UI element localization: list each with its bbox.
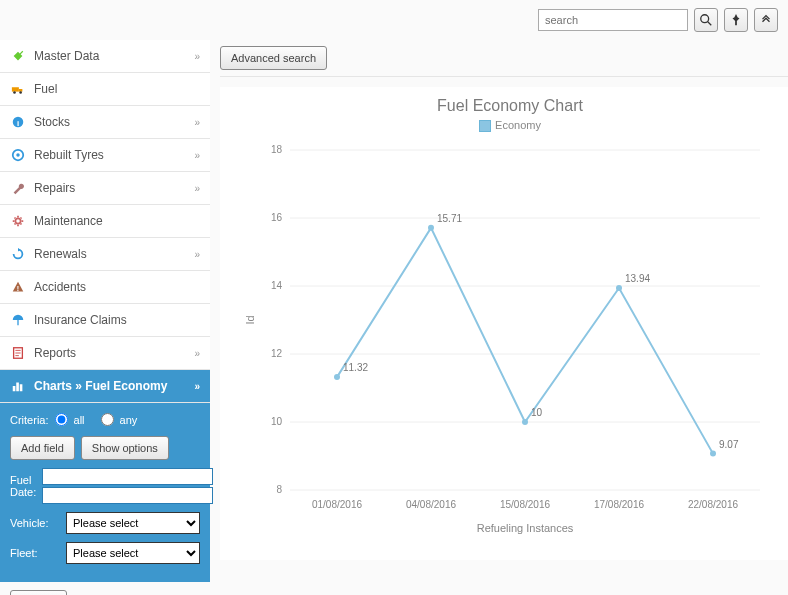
chart-legend: Economy bbox=[240, 119, 780, 132]
svg-text:9.07: 9.07 bbox=[719, 439, 739, 450]
sidebar-item-label: Reports bbox=[34, 346, 76, 360]
chevron-right-icon: » bbox=[194, 183, 200, 194]
sidebar-item-label: Repairs bbox=[34, 181, 75, 195]
chart-title: Fuel Economy Chart bbox=[240, 97, 780, 115]
svg-rect-19 bbox=[20, 384, 23, 391]
chevron-right-icon: » bbox=[194, 249, 200, 260]
search-input[interactable] bbox=[538, 9, 688, 31]
svg-text:13.94: 13.94 bbox=[625, 273, 650, 284]
sidebar-item-maintenance[interactable]: Maintenance bbox=[0, 205, 210, 238]
svg-text:10: 10 bbox=[271, 416, 283, 427]
sidebar-active-label: Charts » Fuel Economy bbox=[34, 379, 167, 393]
search-button-filter[interactable]: Search bbox=[10, 590, 67, 595]
svg-text:8: 8 bbox=[276, 484, 282, 495]
legend-label: Economy bbox=[495, 119, 541, 131]
svg-text:Refueling Instances: Refueling Instances bbox=[477, 522, 574, 534]
chart-svg: 8101214161801/08/201604/08/201615/08/201… bbox=[240, 140, 780, 540]
svg-text:17/08/2016: 17/08/2016 bbox=[594, 499, 644, 510]
svg-point-45 bbox=[710, 451, 716, 457]
svg-text:14: 14 bbox=[271, 280, 283, 291]
svg-text:10: 10 bbox=[531, 407, 543, 418]
warn-icon: ! bbox=[10, 279, 26, 295]
chart-container: Fuel Economy Chart Economy 8101214161801… bbox=[220, 87, 788, 560]
svg-text:15/08/2016: 15/08/2016 bbox=[500, 499, 550, 510]
pin-icon bbox=[729, 13, 743, 27]
sidebar-item-master-data[interactable]: Master Data» bbox=[0, 40, 210, 73]
sidebar-item-label: Maintenance bbox=[34, 214, 103, 228]
vehicle-select[interactable]: Please select bbox=[66, 512, 200, 534]
svg-line-1 bbox=[708, 22, 712, 26]
svg-rect-18 bbox=[16, 383, 19, 392]
chart-icon bbox=[10, 378, 26, 394]
svg-point-4 bbox=[13, 91, 16, 94]
gear-icon bbox=[10, 213, 26, 229]
search-icon bbox=[699, 13, 713, 27]
chevron-right-icon: » bbox=[194, 381, 200, 392]
criteria-label: Criteria: bbox=[10, 414, 49, 426]
collapse-button[interactable] bbox=[754, 8, 778, 32]
svg-point-0 bbox=[701, 15, 709, 23]
filter-panel: Criteria: all any Add field Show options… bbox=[0, 403, 210, 582]
sidebar-item-label: Fuel bbox=[34, 82, 57, 96]
svg-text:04/08/2016: 04/08/2016 bbox=[406, 499, 456, 510]
sidebar-item-charts[interactable]: Charts » Fuel Economy » bbox=[0, 370, 210, 403]
pin-button[interactable] bbox=[724, 8, 748, 32]
svg-point-5 bbox=[19, 91, 22, 94]
legend-swatch bbox=[479, 120, 491, 132]
svg-point-10 bbox=[15, 218, 20, 223]
chevron-right-icon: » bbox=[194, 117, 200, 128]
svg-text:Id: Id bbox=[244, 316, 256, 325]
svg-text:01/08/2016: 01/08/2016 bbox=[312, 499, 362, 510]
info-icon: i bbox=[10, 114, 26, 130]
tyre-icon bbox=[10, 147, 26, 163]
svg-rect-17 bbox=[13, 386, 16, 391]
report-icon bbox=[10, 345, 26, 361]
svg-point-43 bbox=[616, 285, 622, 291]
svg-text:11.32: 11.32 bbox=[343, 362, 368, 373]
radio-any-label: any bbox=[120, 414, 138, 426]
sidebar-item-label: Rebuilt Tyres bbox=[34, 148, 104, 162]
radio-all-label: all bbox=[74, 414, 85, 426]
add-field-button[interactable]: Add field bbox=[10, 436, 75, 460]
show-options-button[interactable]: Show options bbox=[81, 436, 169, 460]
chevron-right-icon: » bbox=[194, 150, 200, 161]
fuel-date-to-input[interactable] bbox=[42, 487, 213, 504]
chevron-up-icon bbox=[759, 13, 773, 27]
sidebar-item-renewals[interactable]: Renewals» bbox=[0, 238, 210, 271]
sidebar-item-label: Accidents bbox=[34, 280, 86, 294]
vehicle-label: Vehicle: bbox=[10, 517, 60, 529]
svg-text:16: 16 bbox=[271, 212, 283, 223]
radio-all[interactable] bbox=[55, 413, 68, 426]
sidebar-item-label: Stocks bbox=[34, 115, 70, 129]
fuel-date-from-input[interactable] bbox=[42, 468, 213, 485]
chevron-right-icon: » bbox=[194, 348, 200, 359]
sidebar-item-reports[interactable]: Reports» bbox=[0, 337, 210, 370]
sidebar-item-label: Insurance Claims bbox=[34, 313, 127, 327]
sidebar-item-label: Master Data bbox=[34, 49, 99, 63]
sidebar-item-insurance-claims[interactable]: Insurance Claims bbox=[0, 304, 210, 337]
search-button[interactable] bbox=[694, 8, 718, 32]
fuel-date-label: Fuel Date: bbox=[10, 474, 36, 498]
renew-icon bbox=[10, 246, 26, 262]
sidebar-item-accidents[interactable]: !Accidents bbox=[0, 271, 210, 304]
advanced-search-button[interactable]: Advanced search bbox=[220, 46, 327, 70]
sidebar-item-label: Renewals bbox=[34, 247, 87, 261]
svg-text:!: ! bbox=[17, 285, 19, 292]
svg-text:15.71: 15.71 bbox=[437, 213, 462, 224]
fleet-label: Fleet: bbox=[10, 547, 60, 559]
sidebar-item-rebuilt-tyres[interactable]: Rebuilt Tyres» bbox=[0, 139, 210, 172]
umbrella-icon bbox=[10, 312, 26, 328]
svg-point-9 bbox=[16, 153, 20, 157]
radio-any[interactable] bbox=[101, 413, 114, 426]
svg-text:22/08/2016: 22/08/2016 bbox=[688, 499, 738, 510]
wrench-icon bbox=[10, 180, 26, 196]
sidebar-item-stocks[interactable]: iStocks» bbox=[0, 106, 210, 139]
sidebar-item-repairs[interactable]: Repairs» bbox=[0, 172, 210, 205]
svg-rect-2 bbox=[12, 87, 19, 91]
sidebar-item-fuel[interactable]: Fuel bbox=[0, 73, 210, 106]
fleet-select[interactable]: Please select bbox=[66, 542, 200, 564]
pin-icon bbox=[10, 48, 26, 64]
svg-point-41 bbox=[522, 419, 528, 425]
chevron-right-icon: » bbox=[194, 51, 200, 62]
sidebar: Master Data»FueliStocks»Rebuilt Tyres»Re… bbox=[0, 40, 210, 595]
